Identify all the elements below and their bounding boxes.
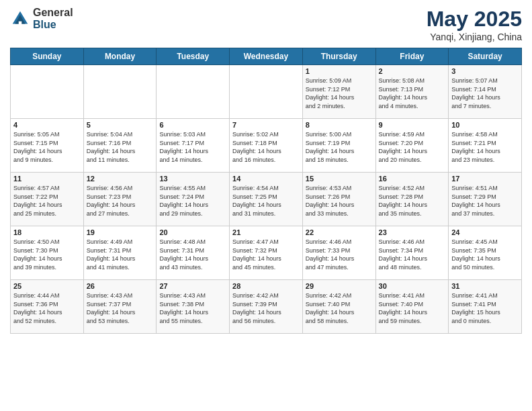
day-number: 2	[379, 67, 446, 75]
calendar-cell: 26Sunrise: 4:43 AM Sunset: 7:37 PM Dayli…	[83, 280, 157, 334]
day-detail: Sunrise: 4:42 AM Sunset: 7:40 PM Dayligh…	[306, 291, 373, 325]
col-friday: Friday	[375, 48, 449, 65]
day-detail: Sunrise: 5:02 AM Sunset: 7:18 PM Dayligh…	[232, 130, 300, 164]
logo-general: General	[33, 7, 73, 19]
day-detail: Sunrise: 4:41 AM Sunset: 7:40 PM Dayligh…	[379, 291, 446, 325]
col-tuesday: Tuesday	[157, 48, 230, 65]
calendar-cell	[230, 65, 303, 119]
day-detail: Sunrise: 4:59 AM Sunset: 7:20 PM Dayligh…	[379, 130, 446, 164]
day-detail: Sunrise: 4:49 AM Sunset: 7:31 PM Dayligh…	[87, 238, 154, 271]
calendar-cell	[157, 65, 230, 119]
day-detail: Sunrise: 4:43 AM Sunset: 7:37 PM Dayligh…	[87, 291, 154, 325]
day-number: 18	[13, 228, 81, 236]
svg-rect-2	[19, 21, 22, 25]
calendar-cell: 24Sunrise: 4:45 AM Sunset: 7:35 PM Dayli…	[449, 226, 522, 280]
logo-text: General Blue	[33, 7, 73, 30]
day-number: 4	[13, 121, 81, 129]
day-detail: Sunrise: 4:57 AM Sunset: 7:22 PM Dayligh…	[13, 184, 81, 218]
day-detail: Sunrise: 5:07 AM Sunset: 7:14 PM Dayligh…	[451, 77, 519, 110]
week-row-2: 4Sunrise: 5:05 AM Sunset: 7:15 PM Daylig…	[11, 119, 522, 173]
day-detail: Sunrise: 5:04 AM Sunset: 7:16 PM Dayligh…	[87, 130, 154, 164]
calendar-cell: 31Sunrise: 4:41 AM Sunset: 7:41 PM Dayli…	[449, 280, 522, 334]
day-number: 11	[13, 175, 81, 183]
day-detail: Sunrise: 4:41 AM Sunset: 7:41 PM Dayligh…	[451, 291, 519, 325]
calendar-cell: 14Sunrise: 4:54 AM Sunset: 7:25 PM Dayli…	[230, 173, 303, 226]
day-number: 14	[232, 175, 300, 183]
calendar-cell: 22Sunrise: 4:46 AM Sunset: 7:33 PM Dayli…	[302, 226, 375, 280]
col-wednesday: Wednesday	[230, 48, 303, 65]
day-detail: Sunrise: 4:54 AM Sunset: 7:25 PM Dayligh…	[232, 184, 300, 218]
day-number: 9	[379, 121, 446, 129]
col-thursday: Thursday	[302, 48, 375, 65]
logo-blue: Blue	[33, 19, 73, 31]
day-number: 25	[13, 282, 81, 290]
day-number: 8	[306, 121, 373, 129]
day-detail: Sunrise: 4:50 AM Sunset: 7:30 PM Dayligh…	[13, 238, 81, 271]
week-row-4: 18Sunrise: 4:50 AM Sunset: 7:30 PM Dayli…	[11, 226, 522, 280]
header: General Blue May 2025 Yanqi, Xinjiang, C…	[10, 7, 522, 42]
calendar-cell: 18Sunrise: 4:50 AM Sunset: 7:30 PM Dayli…	[11, 226, 84, 280]
day-number: 12	[87, 175, 154, 183]
week-row-1: 1Sunrise: 5:09 AM Sunset: 7:12 PM Daylig…	[11, 65, 522, 119]
calendar-cell: 27Sunrise: 4:43 AM Sunset: 7:38 PM Dayli…	[157, 280, 230, 334]
day-number: 3	[451, 67, 519, 75]
day-detail: Sunrise: 4:48 AM Sunset: 7:31 PM Dayligh…	[159, 238, 226, 271]
calendar-cell: 30Sunrise: 4:41 AM Sunset: 7:40 PM Dayli…	[375, 280, 449, 334]
day-detail: Sunrise: 5:03 AM Sunset: 7:17 PM Dayligh…	[159, 130, 226, 164]
day-detail: Sunrise: 4:43 AM Sunset: 7:38 PM Dayligh…	[159, 291, 226, 325]
title-block: May 2025 Yanqi, Xinjiang, China	[427, 7, 522, 42]
subtitle: Yanqi, Xinjiang, China	[427, 32, 522, 42]
day-detail: Sunrise: 5:05 AM Sunset: 7:15 PM Dayligh…	[13, 130, 81, 164]
calendar-cell: 5Sunrise: 5:04 AM Sunset: 7:16 PM Daylig…	[83, 119, 157, 173]
day-detail: Sunrise: 4:56 AM Sunset: 7:23 PM Dayligh…	[87, 184, 154, 218]
calendar-cell: 1Sunrise: 5:09 AM Sunset: 7:12 PM Daylig…	[302, 65, 375, 119]
day-number: 17	[451, 175, 519, 183]
calendar-cell: 3Sunrise: 5:07 AM Sunset: 7:14 PM Daylig…	[449, 65, 522, 119]
calendar-cell: 28Sunrise: 4:42 AM Sunset: 7:39 PM Dayli…	[230, 280, 303, 334]
day-number: 24	[451, 228, 519, 236]
calendar-cell: 15Sunrise: 4:53 AM Sunset: 7:26 PM Dayli…	[302, 173, 375, 226]
day-number: 27	[159, 282, 226, 290]
week-row-3: 11Sunrise: 4:57 AM Sunset: 7:22 PM Dayli…	[11, 173, 522, 226]
day-detail: Sunrise: 4:45 AM Sunset: 7:35 PM Dayligh…	[451, 238, 519, 271]
day-detail: Sunrise: 4:42 AM Sunset: 7:39 PM Dayligh…	[232, 291, 300, 325]
page: General Blue May 2025 Yanqi, Xinjiang, C…	[0, 0, 532, 411]
calendar-cell: 2Sunrise: 5:08 AM Sunset: 7:13 PM Daylig…	[375, 65, 449, 119]
day-number: 22	[306, 228, 373, 236]
header-row: Sunday Monday Tuesday Wednesday Thursday…	[11, 48, 522, 65]
main-title: May 2025	[427, 7, 522, 32]
day-detail: Sunrise: 5:09 AM Sunset: 7:12 PM Dayligh…	[306, 77, 373, 110]
calendar-cell	[11, 65, 84, 119]
day-detail: Sunrise: 4:55 AM Sunset: 7:24 PM Dayligh…	[159, 184, 226, 218]
day-number: 7	[232, 121, 300, 129]
calendar-cell: 29Sunrise: 4:42 AM Sunset: 7:40 PM Dayli…	[302, 280, 375, 334]
day-detail: Sunrise: 4:58 AM Sunset: 7:21 PM Dayligh…	[451, 130, 519, 164]
day-number: 15	[306, 175, 373, 183]
calendar-table: Sunday Monday Tuesday Wednesday Thursday…	[10, 48, 522, 334]
day-number: 13	[159, 175, 226, 183]
day-number: 5	[87, 121, 154, 129]
day-number: 31	[451, 282, 519, 290]
day-number: 28	[232, 282, 300, 290]
calendar-cell: 4Sunrise: 5:05 AM Sunset: 7:15 PM Daylig…	[11, 119, 84, 173]
calendar-cell: 25Sunrise: 4:44 AM Sunset: 7:36 PM Dayli…	[11, 280, 84, 334]
calendar-cell: 7Sunrise: 5:02 AM Sunset: 7:18 PM Daylig…	[230, 119, 303, 173]
calendar-cell: 11Sunrise: 4:57 AM Sunset: 7:22 PM Dayli…	[11, 173, 84, 226]
calendar-cell	[83, 65, 157, 119]
day-number: 26	[87, 282, 154, 290]
calendar-cell: 20Sunrise: 4:48 AM Sunset: 7:31 PM Dayli…	[157, 226, 230, 280]
day-number: 10	[451, 121, 519, 129]
day-detail: Sunrise: 4:51 AM Sunset: 7:29 PM Dayligh…	[451, 184, 519, 218]
day-detail: Sunrise: 4:53 AM Sunset: 7:26 PM Dayligh…	[306, 184, 373, 218]
calendar-cell: 9Sunrise: 4:59 AM Sunset: 7:20 PM Daylig…	[375, 119, 449, 173]
calendar-cell: 16Sunrise: 4:52 AM Sunset: 7:28 PM Dayli…	[375, 173, 449, 226]
day-number: 29	[306, 282, 373, 290]
col-sunday: Sunday	[11, 48, 84, 65]
day-number: 30	[379, 282, 446, 290]
day-detail: Sunrise: 5:00 AM Sunset: 7:19 PM Dayligh…	[306, 130, 373, 164]
day-number: 20	[159, 228, 226, 236]
day-detail: Sunrise: 4:46 AM Sunset: 7:34 PM Dayligh…	[379, 238, 446, 271]
calendar-cell: 17Sunrise: 4:51 AM Sunset: 7:29 PM Dayli…	[449, 173, 522, 226]
day-number: 21	[232, 228, 300, 236]
calendar-cell: 6Sunrise: 5:03 AM Sunset: 7:17 PM Daylig…	[157, 119, 230, 173]
